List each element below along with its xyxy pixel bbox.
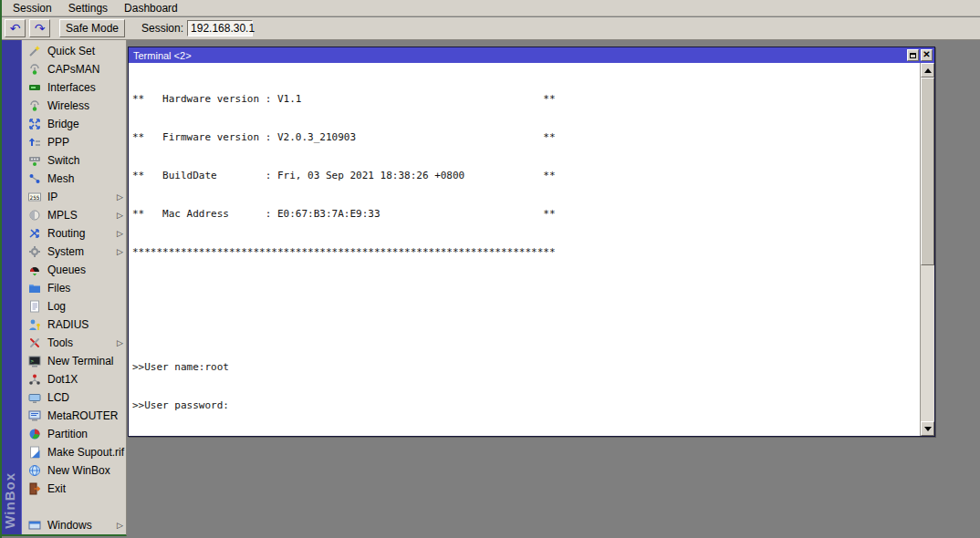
terminal-line: ** BuildDate : Fri, 03 Sep 2021 18:38:26…: [132, 170, 863, 182]
terminal-line: ** Mac Address : E0:67:B3:7A:E9:33 **: [132, 208, 863, 221]
sidebar-item-ppp[interactable]: PPP: [22, 133, 127, 151]
supout-file-icon: [28, 446, 41, 459]
sidebar-item-mpls[interactable]: MPLS ▷: [22, 206, 127, 224]
gear-icon: [28, 245, 41, 258]
bridge-arrows-icon: [28, 118, 41, 130]
svg-text:>_: >_: [31, 357, 38, 365]
metarouter-icon: [28, 409, 41, 422]
window-icon: [28, 519, 41, 532]
lcd-screen-icon: [28, 391, 41, 404]
chevron-right-icon: ▷: [117, 211, 123, 220]
scroll-up-button[interactable]: [921, 63, 934, 78]
brand-strip: WinBox: [2, 40, 22, 534]
arrow-up-icon: [924, 68, 932, 73]
tools-icon: [28, 336, 41, 349]
antenna-icon: [28, 99, 41, 112]
sidebar-item-exit[interactable]: Exit: [22, 480, 127, 498]
sidebar-item-tools[interactable]: Tools ▷: [22, 334, 127, 352]
menu-dashboard[interactable]: Dashboard: [117, 1, 185, 16]
sidebar-item-radius[interactable]: RADIUS: [22, 316, 127, 334]
terminal-line: ** Firmware version : V2.0.3_210903 **: [132, 131, 863, 144]
folder-icon: [28, 282, 41, 295]
session-label: Session:: [141, 22, 183, 35]
pie-partition-icon: [28, 428, 41, 440]
sidebar-item-queues[interactable]: Queues: [22, 261, 127, 279]
sidebar-item-capsman[interactable]: CAPsMAN: [22, 60, 127, 78]
mpls-sphere-icon: [28, 209, 41, 222]
winbox-application: Session Settings Dashboard ↶ ↷ Safe Mode…: [0, 0, 980, 538]
terminal-line-password: >>User password:: [132, 399, 863, 412]
sidebar-spacer: [22, 498, 127, 516]
terminal-line: [132, 323, 863, 336]
undo-arrow-icon: ↶: [10, 22, 21, 35]
sidebar-item-switch[interactable]: Switch: [22, 151, 127, 170]
ppp-icon: [28, 136, 41, 149]
sidebar-item-quick-set[interactable]: Quick Set: [22, 42, 127, 60]
chevron-right-icon: ▷: [117, 247, 123, 256]
sidebar-item-dot1x[interactable]: Dot1X: [22, 370, 127, 388]
sidebar-item-files[interactable]: Files: [22, 279, 127, 297]
scrollbar-thumb[interactable]: [921, 78, 934, 265]
sidebar-item-system[interactable]: System ▷: [22, 243, 127, 261]
redo-button[interactable]: ↷: [29, 19, 50, 37]
session-input[interactable]: 192.168.30.1: [187, 20, 253, 36]
redo-arrow-icon: ↷: [35, 22, 46, 35]
terminal-line-user: >>User name:root: [132, 361, 863, 374]
sidebar-item-lcd[interactable]: LCD: [22, 388, 127, 407]
globe-icon: [28, 464, 41, 477]
toolbar: ↶ ↷ Safe Mode Session: 192.168.30.1: [2, 17, 980, 40]
sidebar-item-make-supout[interactable]: Make Supout.rif: [22, 443, 127, 461]
menu-session[interactable]: Session: [5, 1, 59, 16]
winbox-logo: WinBox: [2, 472, 22, 531]
sidebar-item-wireless[interactable]: Wireless: [22, 97, 127, 115]
vertical-scrollbar[interactable]: [920, 63, 934, 436]
terminal-line: ** Hardware version : V1.1 **: [132, 93, 863, 106]
sidebar-item-new-terminal[interactable]: >_ New Terminal: [22, 352, 127, 370]
chevron-right-icon: ▷: [117, 229, 123, 238]
sidebar-item-metarouter[interactable]: MetaROUTER: [22, 407, 127, 425]
chevron-right-icon: ▷: [117, 192, 123, 202]
exit-door-icon: [28, 482, 41, 495]
sidebar: WinBox Quick Set CAPsMAN Interfaces Wire…: [2, 40, 127, 536]
sidebar-item-windows[interactable]: Windows ▷: [22, 516, 127, 534]
close-icon: ✕: [923, 50, 930, 59]
terminal-output: ** Hardware version : V1.1 ** ** Firmwar…: [132, 67, 863, 436]
log-document-icon: [28, 300, 41, 313]
magic-wand-icon: [28, 45, 41, 57]
menu-bar: Session Settings Dashboard: [2, 0, 980, 16]
dot1x-icon: [28, 373, 41, 386]
sidebar-item-new-winbox[interactable]: New WinBox: [22, 461, 127, 480]
terminal-title: Terminal <2>: [133, 50, 192, 61]
menu-settings[interactable]: Settings: [61, 1, 115, 16]
terminal-window: Terminal <2> ✕ ** Hardware version : V1.…: [128, 47, 935, 437]
undo-button[interactable]: ↶: [5, 19, 26, 37]
switch-icon: [28, 154, 41, 167]
sidebar-item-mesh[interactable]: Mesh: [22, 170, 127, 188]
close-button[interactable]: ✕: [921, 49, 933, 61]
maximize-button[interactable]: [907, 49, 919, 61]
chevron-right-icon: ▷: [117, 338, 123, 347]
network-card-icon: [28, 81, 41, 94]
sidebar-item-partition[interactable]: Partition: [22, 425, 127, 443]
sidebar-item-bridge[interactable]: Bridge: [22, 115, 127, 133]
mesh-nodes-icon: [28, 172, 41, 185]
sidebar-item-log[interactable]: Log: [22, 297, 127, 316]
terminal-icon: >_: [28, 355, 41, 367]
terminal-line: [132, 285, 863, 297]
terminal-line: ****************************************…: [132, 246, 863, 259]
maximize-icon: [910, 53, 916, 58]
ip-255-icon: 255: [28, 191, 41, 203]
user-key-icon: [28, 318, 41, 331]
terminal-body[interactable]: ** Hardware version : V1.1 ** ** Firmwar…: [129, 63, 934, 436]
svg-text:255: 255: [30, 194, 40, 201]
terminal-titlebar[interactable]: Terminal <2> ✕: [129, 47, 934, 63]
arrow-down-icon: [924, 427, 932, 431]
antenna-icon: [28, 63, 41, 76]
safe-mode-button[interactable]: Safe Mode: [59, 19, 125, 37]
routing-arrows-icon: [28, 227, 41, 240]
chevron-right-icon: ▷: [117, 521, 123, 530]
scroll-down-button[interactable]: [921, 421, 934, 436]
sidebar-item-interfaces[interactable]: Interfaces: [22, 78, 127, 97]
sidebar-item-routing[interactable]: Routing ▷: [22, 224, 127, 243]
sidebar-item-ip[interactable]: 255 IP ▷: [22, 188, 127, 206]
